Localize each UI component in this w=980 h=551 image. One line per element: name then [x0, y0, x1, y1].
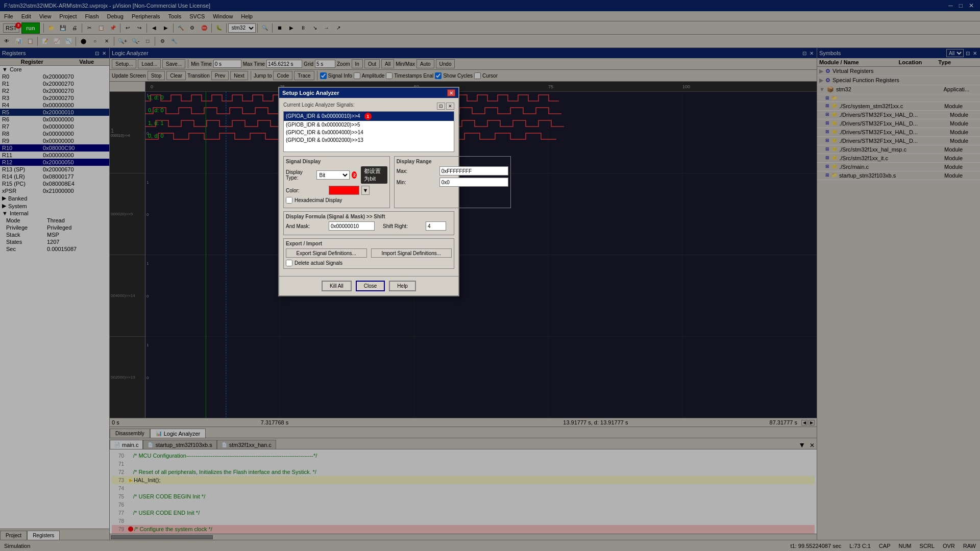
display-range-title: Display Range — [397, 159, 508, 164]
export-import-btns: Export Signal Definitions... Import Sign… — [286, 248, 452, 258]
shiftright-label: Shift Right: — [383, 223, 424, 229]
min-label: Min: — [397, 180, 437, 185]
formula-inputs: And Mask: Shift Right: — [286, 221, 452, 233]
help-btn[interactable]: Help — [389, 281, 416, 291]
andmask-input[interactable] — [329, 221, 375, 231]
formula-title: Display Formula (Signal & Mask) >> Shift — [286, 214, 452, 219]
kill-all-btn[interactable]: Kill All — [322, 281, 352, 291]
color-dropdown[interactable]: ▼ — [361, 186, 370, 195]
andmask-label: And Mask: — [286, 223, 327, 229]
signal-list-item[interactable]: (GPIOC_IDR & 0x00004000)>>14 — [284, 129, 454, 136]
delete-actual-row: Delete actual Signals — [286, 260, 452, 266]
signal-list-buttons: ⊡ ✕ — [437, 103, 454, 110]
export-signals-btn[interactable]: Export Signal Definitions... — [286, 248, 367, 258]
signal-display-box: Signal Display Display Type: Bit Unsigne… — [283, 156, 390, 208]
display-range-box: Display Range Max: Min: — [394, 156, 511, 208]
signal-list-item[interactable]: (GPIOB_IDR & 0x00000020)>>5 — [284, 121, 454, 129]
andmask-row: And Mask: — [286, 221, 375, 231]
hex-display-label: Hexadecimal Display — [295, 197, 342, 203]
signal-list-item[interactable]: (GPIOA_IDR & 0x00000010)>>41 — [284, 112, 454, 121]
signal-display-title: Signal Display — [286, 159, 387, 164]
import-signals-btn[interactable]: Import Signal Definitions... — [371, 248, 452, 258]
dialog-close-btn[interactable]: ✕ — [447, 89, 455, 96]
current-signals-label: Current Logic Analyzer Signals: — [283, 102, 355, 108]
color-picker[interactable] — [329, 186, 359, 195]
dialog-title-bar: Setup Logic Analyzer ✕ — [279, 88, 458, 98]
display-type-badge: 2 — [352, 171, 357, 179]
signal-badge: 1 — [364, 113, 372, 120]
shiftright-row: Shift Right: — [383, 221, 446, 231]
setup-logic-analyzer-dialog: Setup Logic Analyzer ✕ Current Logic Ana… — [278, 87, 459, 296]
dialog-overlay: Setup Logic Analyzer ✕ Current Logic Ana… — [0, 0, 980, 551]
tooltip-bit: 都设置为bit — [361, 166, 387, 184]
signals-header: Current Logic Analyzer Signals: ⊡ ✕ — [283, 102, 454, 110]
signal-expand-btn[interactable]: ⊡ — [437, 103, 445, 110]
hex-display-check[interactable] — [286, 197, 292, 204]
max-label: Max: — [397, 168, 437, 174]
display-type-label: Display Type: — [286, 169, 314, 181]
dialog-close-button[interactable]: Close — [356, 281, 385, 291]
formula-section: Display Formula (Signal & Mask) >> Shift… — [283, 211, 454, 235]
color-label: Color: — [286, 188, 327, 193]
shiftright-input[interactable] — [426, 221, 446, 231]
color-row: Color: ▼ — [286, 186, 387, 195]
dialog-body: Current Logic Analyzer Signals: ⊡ ✕ (GPI… — [279, 98, 458, 276]
signal-display-section: Signal Display Display Type: Bit Unsigne… — [283, 156, 454, 208]
min-input[interactable] — [439, 178, 508, 187]
dialog-title-label: Setup Logic Analyzer — [282, 90, 339, 96]
max-input[interactable] — [439, 166, 508, 176]
export-import-section: Export / Import Export Signal Definition… — [283, 238, 454, 269]
display-type-row: Display Type: Bit Unsigned Signed 2 都设置为… — [286, 166, 387, 184]
max-row: Max: — [397, 166, 508, 176]
tooltip-text: 都设置为bit — [364, 168, 381, 182]
export-import-title: Export / Import — [286, 241, 452, 246]
dialog-buttons: Kill All Close Help — [279, 276, 458, 295]
delete-actual-check[interactable] — [286, 260, 292, 266]
min-row: Min: — [397, 178, 508, 187]
delete-actual-label: Delete actual Signals — [295, 260, 342, 266]
hex-display-row: Hexadecimal Display — [286, 197, 387, 204]
signal-close-btn[interactable]: ✕ — [446, 103, 454, 110]
signal-list: (GPIOA_IDR & 0x00000010)>>41(GPIOB_IDR &… — [283, 111, 454, 152]
signal-list-item[interactable]: (GPIOD_IDR & 0x00002000)>>13 — [284, 136, 454, 144]
display-type-select[interactable]: Bit Unsigned Signed — [316, 170, 350, 180]
